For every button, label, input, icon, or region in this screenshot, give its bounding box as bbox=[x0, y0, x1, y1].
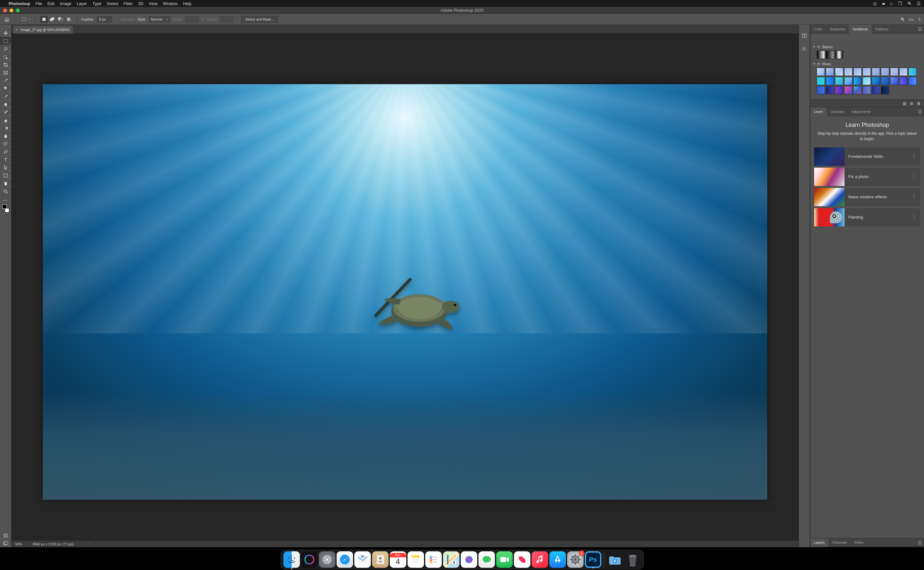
menu-image[interactable]: Image bbox=[60, 1, 71, 6]
gradient-preview-strip[interactable] bbox=[810, 34, 924, 42]
selection-subtract-button[interactable] bbox=[57, 16, 64, 23]
dodge-tool[interactable] bbox=[0, 140, 11, 148]
learn-item-painting[interactable]: Painting 〉 bbox=[814, 208, 920, 227]
gradient-swatch[interactable] bbox=[863, 77, 871, 85]
crop-tool[interactable] bbox=[0, 61, 11, 69]
gradient-swatch[interactable] bbox=[881, 86, 889, 94]
gradient-swatch[interactable] bbox=[816, 77, 825, 85]
hand-tool[interactable] bbox=[0, 179, 11, 187]
menu-type[interactable]: Type bbox=[92, 1, 101, 6]
gradient-swatch[interactable] bbox=[881, 68, 889, 76]
gradient-swatch[interactable] bbox=[872, 68, 880, 76]
menu-window[interactable]: Window bbox=[163, 1, 178, 6]
healing-brush-tool[interactable] bbox=[0, 84, 11, 92]
menu-3d[interactable]: 3D bbox=[138, 1, 143, 6]
brush-tool[interactable] bbox=[0, 92, 11, 100]
rectangular-marquee-tool[interactable] bbox=[0, 37, 11, 45]
dock-appstore[interactable] bbox=[549, 551, 566, 568]
feather-input[interactable] bbox=[97, 16, 112, 23]
bluetooth-icon[interactable]: ⟀ bbox=[890, 1, 893, 6]
gradient-swatch[interactable] bbox=[890, 68, 898, 76]
tab-layers[interactable]: Layers bbox=[810, 538, 829, 547]
gradient-swatch[interactable] bbox=[899, 77, 907, 85]
path-selection-tool[interactable] bbox=[0, 164, 11, 172]
gradient-swatch[interactable] bbox=[844, 77, 852, 85]
close-window-button[interactable] bbox=[3, 9, 7, 12]
clone-stamp-tool[interactable] bbox=[0, 100, 11, 108]
learn-item-fix-photo[interactable]: Fix a photo 〉 bbox=[814, 168, 920, 186]
learn-item-creative-effects[interactable]: Make creative effects 〉 bbox=[814, 188, 920, 206]
menu-file[interactable]: File bbox=[35, 1, 42, 6]
panel-menu-icon[interactable]: ☰ bbox=[918, 26, 922, 32]
menu-edit[interactable]: Edit bbox=[48, 1, 54, 6]
dock-photos[interactable] bbox=[461, 551, 477, 568]
expand-strip-button[interactable]: ‹‹ bbox=[799, 25, 810, 29]
document-tab[interactable]: × Image_27.jpg @ 50% (RGB/8#) bbox=[13, 26, 73, 34]
eraser-tool[interactable] bbox=[0, 116, 11, 124]
dock-downloads[interactable] bbox=[607, 551, 623, 568]
lasso-tool[interactable] bbox=[0, 45, 11, 53]
dock-finder[interactable] bbox=[283, 551, 300, 568]
cc-icon[interactable]: ◎ bbox=[873, 1, 877, 6]
eyedropper-tool[interactable] bbox=[0, 77, 11, 84]
trash-icon[interactable]: 🗑 bbox=[917, 101, 921, 106]
screen-mode-button[interactable] bbox=[0, 539, 11, 547]
selection-new-button[interactable] bbox=[40, 16, 48, 23]
gradient-swatch[interactable] bbox=[835, 77, 843, 85]
dock-photoshop[interactable]: Ps bbox=[585, 551, 601, 568]
new-swatch-icon[interactable]: ⊞ bbox=[910, 101, 913, 106]
quick-mask-button[interactable] bbox=[0, 532, 11, 539]
gradient-swatch[interactable] bbox=[816, 51, 825, 59]
gradient-tool[interactable] bbox=[0, 124, 11, 132]
learn-item-fundamental-skills[interactable]: Fundamental Skills 〉 bbox=[814, 147, 920, 166]
tab-swatches[interactable]: Swatches bbox=[826, 25, 849, 33]
selection-intersect-button[interactable] bbox=[65, 16, 72, 23]
tab-paths[interactable]: Paths bbox=[851, 538, 867, 547]
gradient-swatch[interactable] bbox=[826, 77, 834, 85]
gradient-swatch[interactable] bbox=[853, 77, 862, 85]
quick-selection-tool[interactable] bbox=[0, 53, 11, 61]
save-folder-icon[interactable]: ▥ bbox=[903, 101, 906, 106]
tab-color[interactable]: Color bbox=[810, 25, 826, 33]
dock-music[interactable] bbox=[532, 551, 548, 568]
gradient-swatch[interactable] bbox=[872, 77, 880, 85]
frame-tool[interactable] bbox=[0, 69, 11, 77]
menu-select[interactable]: Select bbox=[107, 1, 118, 6]
gradient-swatch[interactable] bbox=[826, 86, 834, 94]
dock-siri[interactable] bbox=[301, 551, 318, 568]
gradient-swatch[interactable] bbox=[853, 86, 862, 94]
gradients-folder-blues[interactable]: ▸ 🗀 Blues bbox=[812, 61, 922, 67]
gradient-swatch[interactable] bbox=[844, 86, 852, 94]
dock-calendar[interactable]: NOV4 bbox=[390, 551, 406, 568]
dock-settings[interactable]: 1 bbox=[567, 551, 584, 568]
doc-dimensions[interactable]: 3840 px x 2160 px (72 ppi) bbox=[32, 542, 74, 546]
dock-safari[interactable] bbox=[337, 551, 353, 568]
gradient-swatch[interactable] bbox=[899, 68, 907, 76]
dock-maps[interactable] bbox=[443, 551, 460, 568]
dock-contacts[interactable] bbox=[372, 551, 389, 568]
foreground-color-swatch[interactable] bbox=[2, 204, 7, 209]
move-tool[interactable] bbox=[0, 29, 11, 37]
gradient-swatch[interactable] bbox=[835, 51, 843, 59]
status-menu-icon[interactable]: 〉 bbox=[88, 541, 91, 546]
gradient-swatch[interactable] bbox=[844, 68, 852, 76]
blur-tool[interactable] bbox=[0, 132, 11, 140]
select-and-mask-button[interactable]: Select and Mask... bbox=[241, 16, 278, 23]
properties-panel-icon[interactable] bbox=[800, 45, 809, 53]
gradient-swatch[interactable] bbox=[816, 86, 825, 94]
current-tool-indicator[interactable]: ▾ bbox=[19, 15, 31, 23]
dock-trash[interactable] bbox=[624, 551, 641, 568]
spotlight-icon[interactable]: 🔍︎ bbox=[907, 1, 912, 6]
menu-filter[interactable]: Filter bbox=[123, 1, 133, 6]
rectangle-tool[interactable] bbox=[0, 172, 11, 179]
dock-messages[interactable] bbox=[478, 551, 495, 568]
gradient-swatch[interactable] bbox=[853, 68, 862, 76]
control-center-icon[interactable]: ☰ bbox=[917, 1, 921, 6]
gradient-swatch[interactable] bbox=[890, 77, 898, 85]
gradient-swatch[interactable] bbox=[881, 77, 889, 85]
tools-collapse-button[interactable]: ›› bbox=[0, 25, 11, 29]
displays-icon[interactable]: ❐ bbox=[898, 1, 902, 6]
app-name[interactable]: Photoshop bbox=[9, 1, 30, 6]
zoom-window-button[interactable] bbox=[16, 9, 20, 12]
home-button[interactable] bbox=[3, 15, 11, 23]
